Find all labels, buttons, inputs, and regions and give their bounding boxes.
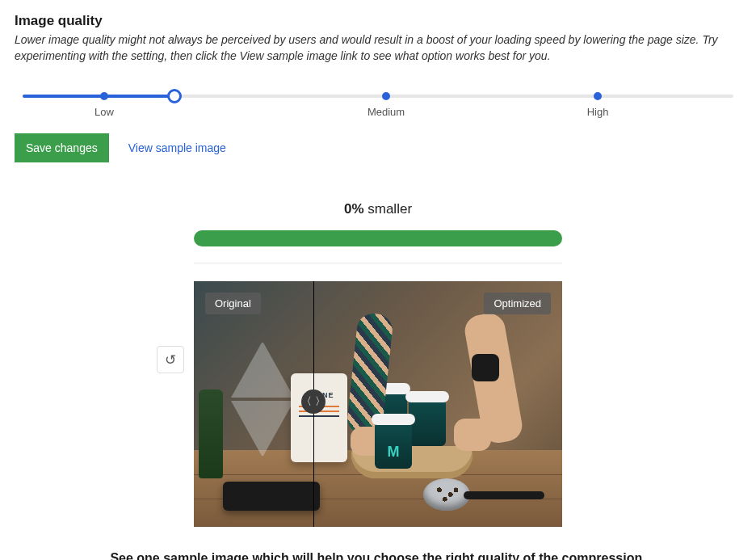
scene-cup [375, 423, 412, 469]
size-bar-fill [194, 230, 562, 246]
view-sample-link[interactable]: View sample image [128, 141, 226, 154]
actions-row: Save changes View sample image [15, 133, 741, 162]
refresh-icon: ↺ [165, 352, 176, 368]
divider-line [194, 263, 562, 263]
reduction-percent: 0% [344, 201, 364, 217]
drag-icon: 〈 〉 [301, 394, 326, 409]
original-badge: Original [205, 293, 261, 314]
optimized-badge: Optimized [484, 293, 551, 314]
scene-cup [409, 401, 446, 446]
image-quality-section: Image quality Lower image quality might … [15, 13, 741, 560]
scene-watch [472, 354, 499, 381]
scene-hand [454, 419, 491, 451]
comparison-image[interactable]: Original Optimized 〈 〉 [194, 281, 562, 527]
preview-caption: See one sample image which will help you… [15, 551, 741, 560]
slider-label-high: High [587, 106, 609, 118]
slider-handle[interactable] [167, 89, 182, 103]
size-bar-track [194, 230, 562, 246]
slider-tick-high[interactable] [594, 92, 602, 100]
scene-portafilter [423, 478, 544, 511]
scene-scale [223, 482, 320, 511]
reduction-text: 0% smaller [15, 201, 741, 217]
refresh-button[interactable]: ↺ [157, 346, 184, 373]
scene-bottle [199, 389, 223, 478]
scene-chemex [231, 343, 294, 456]
slider-tick-low[interactable] [100, 92, 108, 100]
preview-area: 0% smaller ↺ [15, 201, 741, 560]
save-button[interactable]: Save changes [15, 133, 109, 162]
slider-label-medium: Medium [368, 106, 405, 118]
slider-tick-medium[interactable] [382, 92, 390, 100]
comparison-container: ↺ [194, 281, 562, 527]
section-title: Image quality [15, 13, 741, 29]
scene-coffee-bag [291, 373, 347, 462]
section-description: Lower image quality might not always be … [15, 32, 741, 64]
quality-slider[interactable]: Low Medium High [15, 86, 741, 125]
comparison-drag-handle[interactable]: 〈 〉 [301, 389, 326, 414]
slider-fill [23, 95, 176, 98]
slider-label-low: Low [94, 106, 114, 118]
reduction-suffix: smaller [364, 201, 413, 217]
